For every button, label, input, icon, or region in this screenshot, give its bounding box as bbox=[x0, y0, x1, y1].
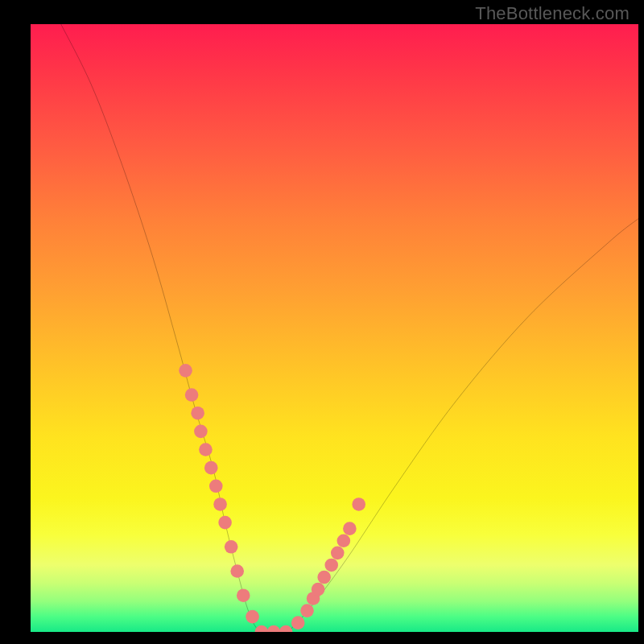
curve-marker bbox=[213, 497, 227, 511]
curve-marker bbox=[246, 610, 259, 624]
curve-marker bbox=[255, 625, 269, 632]
curve-marker bbox=[279, 625, 293, 632]
curve-marker bbox=[218, 516, 232, 530]
curve-marker bbox=[230, 564, 244, 578]
curve-marker bbox=[194, 425, 208, 439]
curve-layer bbox=[31, 24, 638, 632]
curve-marker bbox=[324, 559, 338, 572]
curve-marker bbox=[337, 534, 351, 547]
curve-marker bbox=[267, 625, 281, 632]
curve-marker bbox=[300, 604, 314, 617]
watermark-text: TheBottleneck.com bbox=[475, 3, 630, 24]
plot-area bbox=[31, 24, 638, 632]
curve-marker bbox=[185, 388, 199, 402]
curve-marker bbox=[179, 364, 192, 378]
curve-marker bbox=[204, 461, 218, 475]
curve-marker bbox=[225, 540, 238, 554]
curve-marker bbox=[343, 522, 357, 535]
curve-marker bbox=[209, 479, 223, 493]
curve-marker bbox=[317, 571, 331, 584]
curve-marker bbox=[191, 407, 204, 420]
curve-marker bbox=[312, 583, 325, 597]
curve-marker bbox=[237, 588, 250, 602]
curve-marker bbox=[291, 616, 305, 630]
curve-marker bbox=[331, 547, 345, 560]
marker-group bbox=[179, 364, 365, 632]
curve-marker bbox=[199, 443, 213, 456]
curve-marker bbox=[352, 497, 365, 511]
chart-container: TheBottleneck.com bbox=[0, 0, 644, 644]
